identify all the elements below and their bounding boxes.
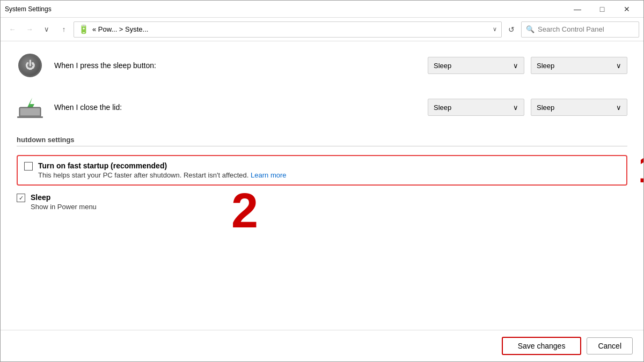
lid-close-chevron-2: ∨	[616, 104, 621, 112]
lid-close-option-1: Sleep	[434, 104, 451, 112]
window-title: System Settings	[5, 5, 565, 13]
minimize-button[interactable]: —	[565, 1, 590, 18]
back-button[interactable]: ←	[5, 22, 20, 37]
sleep-button-icon: ⏻	[17, 52, 43, 79]
sleep-button-chevron-2: ∨	[616, 62, 621, 70]
search-icon: 🔍	[526, 25, 535, 33]
cancel-button[interactable]: Cancel	[587, 337, 633, 354]
maximize-button[interactable]: □	[590, 1, 614, 18]
lid-close-chevron-1: ∨	[513, 104, 518, 112]
sleep-text: Sleep Show in Power menu	[31, 193, 627, 211]
search-input[interactable]	[538, 25, 634, 33]
fast-startup-container: Turn on fast startup (recommended) This …	[17, 155, 627, 186]
sleep-button-option-1: Sleep	[434, 62, 451, 70]
lid-close-dropdowns: Sleep ∨ Sleep ∨	[428, 99, 627, 116]
sleep-button-option-2: Sleep	[537, 62, 554, 70]
fast-startup-item: Turn on fast startup (recommended) This …	[17, 155, 627, 186]
lid-close-row: When I close the lid: Sleep ∨ Sleep ∨	[17, 94, 627, 121]
lid-close-dropdown-1[interactable]: Sleep ∨	[428, 99, 524, 116]
svg-rect-3	[17, 116, 43, 118]
sleep-button-dropdowns: Sleep ∨ Sleep ∨	[428, 57, 627, 74]
fast-startup-title: Turn on fast startup (recommended)	[38, 161, 620, 170]
sleep-button-dropdown-1[interactable]: Sleep ∨	[428, 57, 524, 74]
sleep-button-label: When I press the sleep button:	[54, 61, 417, 70]
fast-startup-checkbox[interactable]	[24, 162, 33, 171]
fast-startup-desc: This helps start your PC faster after sh…	[38, 171, 620, 179]
refresh-button[interactable]: ↺	[504, 22, 519, 37]
sleep-desc: Show in Power menu	[31, 203, 627, 211]
sleep-button-chevron-1: ∨	[513, 62, 518, 70]
sleep-button-row: ⏻ When I press the sleep button: Sleep ∨…	[17, 52, 627, 79]
sleep-item-container: ✓ Sleep Show in Power menu 2	[17, 193, 627, 211]
sleep-checkbox[interactable]: ✓	[17, 194, 25, 202]
sleep-title: Sleep	[31, 193, 627, 202]
sleep-item: ✓ Sleep Show in Power menu	[17, 193, 627, 211]
dropdown-button[interactable]: ∨	[39, 22, 54, 37]
sleep-button-dropdown-2[interactable]: Sleep ∨	[531, 57, 627, 74]
annotation-badge-1: 1	[638, 150, 643, 188]
lid-close-option-2: Sleep	[537, 104, 554, 112]
footer: Save changes Cancel	[1, 330, 643, 361]
address-bar: ← → ∨ ↑ 🔋 « Pow... > Syste... ∨ ↺ 🔍	[1, 18, 643, 41]
breadcrumb-text: « Pow... > Syste...	[92, 25, 489, 33]
annotation-badge-2: 2	[231, 187, 258, 235]
forward-button[interactable]: →	[22, 22, 37, 37]
search-box: 🔍	[521, 21, 639, 38]
learn-more-link[interactable]: Learn more	[251, 171, 286, 179]
up-button[interactable]: ↑	[56, 22, 71, 37]
close-button[interactable]: ✕	[614, 1, 639, 18]
lid-close-label: When I close the lid:	[54, 103, 417, 112]
system-settings-window: System Settings — □ ✕ ← → ∨ ↑ 🔋 « Pow...…	[0, 0, 644, 362]
window-controls: — □ ✕	[565, 1, 639, 18]
save-changes-button[interactable]: Save changes	[502, 337, 582, 355]
content-area: ⏻ When I press the sleep button: Sleep ∨…	[1, 41, 643, 330]
power-icon: 🔋	[78, 24, 89, 34]
title-bar: System Settings — □ ✕	[1, 1, 643, 18]
lid-close-icon	[17, 94, 43, 121]
laptop-svg	[17, 97, 43, 118]
fast-startup-text: Turn on fast startup (recommended) This …	[38, 161, 620, 179]
svg-rect-2	[20, 108, 40, 115]
shutdown-section-header: hutdown settings	[17, 136, 627, 146]
lid-close-dropdown-2[interactable]: Sleep ∨	[531, 99, 627, 116]
address-box[interactable]: 🔋 « Pow... > Syste... ∨	[74, 21, 502, 38]
address-chevron-icon[interactable]: ∨	[493, 26, 497, 33]
